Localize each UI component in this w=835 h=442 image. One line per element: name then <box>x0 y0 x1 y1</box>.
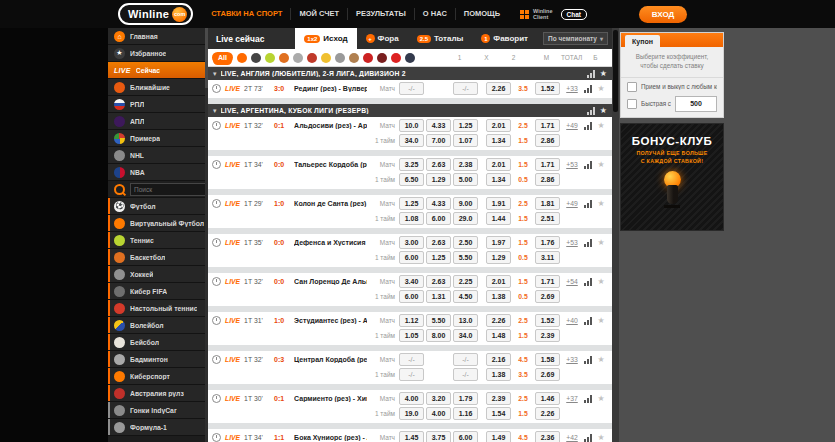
tennis-icon[interactable] <box>265 53 275 63</box>
odds-x[interactable]: 5.50 <box>426 314 451 327</box>
match-teams-link[interactable]: Сармиенто (рез) - Химнасия ... <box>294 395 367 402</box>
stats-icon[interactable] <box>584 395 593 403</box>
sidebar-item-badminton[interactable]: Бадминтон <box>108 351 208 368</box>
winline-logo[interactable]: Winline com <box>118 3 193 25</box>
odds-2[interactable]: 4.50 <box>453 290 478 303</box>
odds-over[interactable]: 2.69 <box>535 290 560 303</box>
odds-under[interactable]: 1.34 <box>486 173 511 186</box>
odds-under[interactable]: 2.01 <box>486 119 511 132</box>
esports-icon[interactable] <box>363 53 373 63</box>
nav-item-rezultaty[interactable]: РЕЗУЛЬТАТЫ <box>347 8 414 20</box>
odds-1[interactable]: 6.50 <box>399 173 424 186</box>
odds-under[interactable]: 1.38 <box>486 368 511 381</box>
odds-under[interactable]: 1.29 <box>486 251 511 264</box>
nav-item-onas[interactable]: О НАС <box>414 8 455 20</box>
sidebar-item-tennis[interactable]: Теннис <box>108 232 208 249</box>
sidebar-item-rpl[interactable]: РПЛ <box>108 96 208 113</box>
odds-over[interactable]: 2.26 <box>535 407 560 420</box>
odds-over[interactable]: 1.71 <box>535 119 560 132</box>
stats-icon[interactable] <box>584 85 593 93</box>
stats-icon[interactable] <box>584 200 593 208</box>
odds-1[interactable]: 10.0 <box>399 119 424 132</box>
odds-1[interactable]: 3.40 <box>399 275 424 288</box>
table-tennis-icon[interactable] <box>307 53 317 63</box>
championship-dropdown[interactable]: По чемпионату ▾ <box>543 32 608 45</box>
nav-item-pomosch[interactable]: ПОМОЩЬ <box>455 8 508 20</box>
odds-under[interactable]: 1.48 <box>486 329 511 342</box>
favorite-star-icon[interactable]: ★ <box>596 356 606 364</box>
odds-2[interactable]: 13.0 <box>453 314 478 327</box>
tab-favorit[interactable]: 1Фаворит <box>472 28 537 49</box>
stake-input[interactable] <box>675 96 717 112</box>
sidebar-item-beysbol[interactable]: Бейсбол <box>108 334 208 351</box>
odds-over[interactable]: 2.86 <box>535 134 560 147</box>
sidebar-item-nastolnyy-tennis[interactable]: Настольный теннис <box>108 300 208 317</box>
odds-2[interactable]: 1.16 <box>453 407 478 420</box>
stats-icon[interactable] <box>587 107 596 115</box>
scrollbar-thumb[interactable] <box>613 30 618 112</box>
favorite-star-icon[interactable]: ★ <box>596 434 606 442</box>
odds-2[interactable]: 5.50 <box>453 251 478 264</box>
odds-2[interactable]: 9.00 <box>453 197 478 210</box>
sidebar-item-blizhayshie[interactable]: Ближайшие <box>108 79 208 96</box>
odds-1[interactable]: 1.05 <box>399 329 424 342</box>
odds-over[interactable]: 1.52 <box>535 82 560 95</box>
odds-x[interactable]: 3.20 <box>426 392 451 405</box>
odds-2[interactable]: -/- <box>453 353 478 366</box>
odds-under[interactable]: 1.97 <box>486 236 511 249</box>
sidebar-item-voleybol[interactable]: Волейбол <box>108 317 208 334</box>
filter-all-button[interactable]: All <box>212 52 233 63</box>
odds-x[interactable]: 4.00 <box>426 407 451 420</box>
chat-badge[interactable]: Chat <box>561 9 587 20</box>
more-bets-link[interactable]: +37 <box>562 395 582 402</box>
league-header[interactable]: ▾ LIVE, АРГЕНТИНА, КУБОК ЛИГИ (РЕЗЕРВ) ★ <box>208 104 612 117</box>
odds-2[interactable]: 29.0 <box>453 212 478 225</box>
odds-1[interactable]: 6.00 <box>399 251 424 264</box>
match-teams-link[interactable]: Эстудиантес (рез) - Атлетик... <box>294 317 367 324</box>
odds-x[interactable]: 4.33 <box>426 197 451 210</box>
more-bets-link[interactable]: +40 <box>562 317 582 324</box>
favorite-star-icon[interactable]: ★ <box>596 278 606 286</box>
odds-x[interactable]: 7.00 <box>426 134 451 147</box>
odds-over[interactable]: 2.36 <box>535 431 560 442</box>
indycar-icon[interactable] <box>405 53 415 63</box>
favorite-star-icon[interactable]: ★ <box>596 317 606 325</box>
odds-1[interactable]: -/- <box>399 353 424 366</box>
odds-1[interactable]: -/- <box>399 368 424 381</box>
odds-x[interactable]: 1.29 <box>426 173 451 186</box>
odds-over[interactable]: 1.52 <box>535 314 560 327</box>
more-bets-link[interactable]: +33 <box>562 85 582 92</box>
nav-item-stavki[interactable]: СТАВКИ НА СПОРТ <box>203 8 290 20</box>
odds-x[interactable]: 2.63 <box>426 236 451 249</box>
match-teams-link[interactable]: Сан Лоренцо Де Альмагро (... <box>294 278 367 285</box>
baseball-icon[interactable] <box>377 53 387 63</box>
sidebar-item-virtualnyy-futbol[interactable]: Виртуальный Футбол <box>108 215 208 232</box>
tab-fora[interactable]: +Фора <box>357 28 408 49</box>
odds-over[interactable]: 2.51 <box>535 212 560 225</box>
sidebar-item-gonki-indycar[interactable]: Гонки IndyCar <box>108 402 208 419</box>
sidebar-item-futbol[interactable]: ⚽Футбол <box>108 198 208 215</box>
sidebar-item-primera[interactable]: Примера <box>108 130 208 147</box>
stats-icon[interactable] <box>584 161 593 169</box>
sidebar-item-nhl[interactable]: NHL <box>108 147 208 164</box>
odds-over[interactable]: 2.86 <box>535 173 560 186</box>
league-header[interactable]: ▾ LIVE, АНГЛИЯ (ЛЮБИТЕЛИ), 2-Я ЛИГА, ДИВ… <box>208 67 612 80</box>
hot-icon[interactable] <box>237 53 247 63</box>
odds-2[interactable]: 2.38 <box>453 158 478 171</box>
odds-1[interactable]: 34.0 <box>399 134 424 147</box>
stats-icon[interactable] <box>584 278 593 286</box>
odds-x[interactable]: 1.31 <box>426 290 451 303</box>
odds-under[interactable]: 2.26 <box>486 314 511 327</box>
match-teams-link[interactable]: Колон де Санта (рез) - Арсен... <box>294 200 367 207</box>
odds-1[interactable]: 1.08 <box>399 212 424 225</box>
odds-over[interactable]: 1.58 <box>535 353 560 366</box>
odds-under[interactable]: 2.01 <box>486 158 511 171</box>
odds-1[interactable]: 19.0 <box>399 407 424 420</box>
stats-icon[interactable] <box>584 239 593 247</box>
favorite-star-icon[interactable]: ★ <box>596 395 606 403</box>
login-button[interactable]: ВХОД <box>639 6 687 23</box>
odds-under[interactable]: 1.49 <box>486 431 511 442</box>
more-bets-link[interactable]: +53 <box>562 161 582 168</box>
odds-1[interactable]: 3.00 <box>399 236 424 249</box>
odds-over[interactable]: 2.39 <box>535 329 560 342</box>
